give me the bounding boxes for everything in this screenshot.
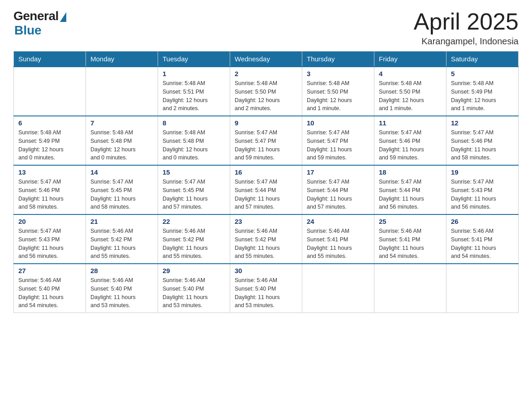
day-info: Sunrise: 5:47 AMSunset: 5:46 PMDaylight:… — [451, 128, 514, 162]
logo-blue-text: Blue — [14, 23, 42, 38]
day-number: 5 — [451, 70, 514, 77]
calendar-header-row: SundayMondayTuesdayWednesdayThursdayFrid… — [14, 51, 519, 67]
day-info: Sunrise: 5:46 AMSunset: 5:42 PMDaylight:… — [235, 227, 297, 261]
day-number: 12 — [451, 119, 514, 127]
logo: General Blue — [13, 9, 66, 38]
day-info: Sunrise: 5:46 AMSunset: 5:42 PMDaylight:… — [163, 227, 225, 261]
day-number: 29 — [163, 267, 225, 274]
calendar-cell: 13Sunrise: 5:47 AMSunset: 5:46 PMDayligh… — [14, 165, 86, 214]
calendar-cell: 6Sunrise: 5:48 AMSunset: 5:49 PMDaylight… — [14, 116, 86, 165]
day-number: 18 — [379, 168, 442, 176]
logo-general-text: General — [13, 9, 59, 23]
calendar-cell: 12Sunrise: 5:47 AMSunset: 5:46 PMDayligh… — [446, 116, 519, 165]
weekday-header-monday: Monday — [86, 51, 158, 67]
calendar-cell: 20Sunrise: 5:47 AMSunset: 5:43 PMDayligh… — [14, 214, 86, 264]
calendar-cell: 3Sunrise: 5:48 AMSunset: 5:50 PMDaylight… — [302, 67, 374, 116]
week-row-3: 13Sunrise: 5:47 AMSunset: 5:46 PMDayligh… — [14, 165, 519, 214]
calendar-cell: 11Sunrise: 5:47 AMSunset: 5:46 PMDayligh… — [374, 116, 446, 165]
day-info: Sunrise: 5:46 AMSunset: 5:41 PMDaylight:… — [379, 227, 442, 261]
title-block: April 2025 Karangampel, Indonesia — [414, 9, 519, 47]
day-number: 2 — [235, 70, 297, 77]
day-number: 23 — [235, 218, 297, 225]
calendar-cell: 28Sunrise: 5:46 AMSunset: 5:40 PMDayligh… — [86, 264, 158, 313]
day-info: Sunrise: 5:47 AMSunset: 5:46 PMDaylight:… — [18, 178, 81, 211]
day-number: 7 — [90, 119, 153, 127]
day-number: 30 — [235, 267, 297, 274]
day-info: Sunrise: 5:47 AMSunset: 5:44 PMDaylight:… — [235, 178, 297, 211]
day-info: Sunrise: 5:47 AMSunset: 5:46 PMDaylight:… — [379, 128, 442, 162]
calendar-cell — [14, 67, 86, 116]
day-number: 8 — [163, 119, 225, 127]
day-number: 28 — [90, 267, 153, 274]
day-info: Sunrise: 5:47 AMSunset: 5:47 PMDaylight:… — [307, 128, 369, 162]
day-info: Sunrise: 5:47 AMSunset: 5:43 PMDaylight:… — [18, 227, 81, 261]
weekday-header-thursday: Thursday — [302, 51, 374, 67]
day-number: 27 — [18, 267, 81, 274]
weekday-header-saturday: Saturday — [446, 51, 519, 67]
weekday-header-friday: Friday — [374, 51, 446, 67]
day-info: Sunrise: 5:47 AMSunset: 5:44 PMDaylight:… — [307, 178, 369, 211]
day-info: Sunrise: 5:47 AMSunset: 5:47 PMDaylight:… — [235, 128, 297, 162]
location-text: Karangampel, Indonesia — [414, 36, 519, 47]
calendar-cell: 2Sunrise: 5:48 AMSunset: 5:50 PMDaylight… — [230, 67, 302, 116]
day-info: Sunrise: 5:46 AMSunset: 5:40 PMDaylight:… — [235, 276, 297, 310]
calendar-cell: 15Sunrise: 5:47 AMSunset: 5:45 PMDayligh… — [158, 165, 230, 214]
day-number: 22 — [163, 218, 225, 225]
weekday-header-wednesday: Wednesday — [230, 51, 302, 67]
day-info: Sunrise: 5:46 AMSunset: 5:41 PMDaylight:… — [307, 227, 369, 261]
day-number: 16 — [235, 168, 297, 176]
day-info: Sunrise: 5:47 AMSunset: 5:45 PMDaylight:… — [163, 178, 225, 211]
calendar-cell: 23Sunrise: 5:46 AMSunset: 5:42 PMDayligh… — [230, 214, 302, 264]
day-number: 13 — [18, 168, 81, 176]
calendar-cell: 16Sunrise: 5:47 AMSunset: 5:44 PMDayligh… — [230, 165, 302, 214]
calendar-cell: 7Sunrise: 5:48 AMSunset: 5:48 PMDaylight… — [86, 116, 158, 165]
day-number: 26 — [451, 218, 514, 225]
calendar-cell: 17Sunrise: 5:47 AMSunset: 5:44 PMDayligh… — [302, 165, 374, 214]
logo-triangle-icon — [60, 12, 66, 22]
day-number: 17 — [307, 168, 369, 176]
calendar-cell: 19Sunrise: 5:47 AMSunset: 5:43 PMDayligh… — [446, 165, 519, 214]
calendar-cell: 14Sunrise: 5:47 AMSunset: 5:45 PMDayligh… — [86, 165, 158, 214]
day-info: Sunrise: 5:48 AMSunset: 5:49 PMDaylight:… — [451, 79, 514, 113]
calendar-cell: 10Sunrise: 5:47 AMSunset: 5:47 PMDayligh… — [302, 116, 374, 165]
day-info: Sunrise: 5:48 AMSunset: 5:48 PMDaylight:… — [90, 128, 153, 162]
calendar-table: SundayMondayTuesdayWednesdayThursdayFrid… — [13, 51, 519, 313]
calendar-cell — [446, 264, 519, 313]
day-info: Sunrise: 5:46 AMSunset: 5:40 PMDaylight:… — [18, 276, 81, 310]
page-header: General Blue April 2025 Karangampel, Ind… — [13, 9, 519, 47]
week-row-4: 20Sunrise: 5:47 AMSunset: 5:43 PMDayligh… — [14, 214, 519, 264]
day-number: 10 — [307, 119, 369, 127]
month-title: April 2025 — [414, 9, 519, 34]
day-info: Sunrise: 5:48 AMSunset: 5:49 PMDaylight:… — [18, 128, 81, 162]
day-number: 19 — [451, 168, 514, 176]
day-number: 1 — [163, 70, 225, 77]
calendar-cell: 30Sunrise: 5:46 AMSunset: 5:40 PMDayligh… — [230, 264, 302, 313]
calendar-cell: 27Sunrise: 5:46 AMSunset: 5:40 PMDayligh… — [14, 264, 86, 313]
day-info: Sunrise: 5:46 AMSunset: 5:40 PMDaylight:… — [90, 276, 153, 310]
calendar-cell: 22Sunrise: 5:46 AMSunset: 5:42 PMDayligh… — [158, 214, 230, 264]
calendar-cell: 25Sunrise: 5:46 AMSunset: 5:41 PMDayligh… — [374, 214, 446, 264]
day-info: Sunrise: 5:48 AMSunset: 5:51 PMDaylight:… — [163, 79, 225, 113]
calendar-cell: 29Sunrise: 5:46 AMSunset: 5:40 PMDayligh… — [158, 264, 230, 313]
calendar-cell: 9Sunrise: 5:47 AMSunset: 5:47 PMDaylight… — [230, 116, 302, 165]
calendar-cell: 5Sunrise: 5:48 AMSunset: 5:49 PMDaylight… — [446, 67, 519, 116]
day-number: 9 — [235, 119, 297, 127]
weekday-header-sunday: Sunday — [14, 51, 86, 67]
calendar-cell — [374, 264, 446, 313]
day-info: Sunrise: 5:47 AMSunset: 5:44 PMDaylight:… — [379, 178, 442, 211]
day-number: 25 — [379, 218, 442, 225]
day-info: Sunrise: 5:47 AMSunset: 5:45 PMDaylight:… — [90, 178, 153, 211]
calendar-cell: 26Sunrise: 5:46 AMSunset: 5:41 PMDayligh… — [446, 214, 519, 264]
day-info: Sunrise: 5:46 AMSunset: 5:42 PMDaylight:… — [90, 227, 153, 261]
calendar-cell: 18Sunrise: 5:47 AMSunset: 5:44 PMDayligh… — [374, 165, 446, 214]
day-number: 6 — [18, 119, 81, 127]
week-row-5: 27Sunrise: 5:46 AMSunset: 5:40 PMDayligh… — [14, 264, 519, 313]
calendar-cell — [302, 264, 374, 313]
day-number: 20 — [18, 218, 81, 225]
day-info: Sunrise: 5:46 AMSunset: 5:41 PMDaylight:… — [451, 227, 514, 261]
week-row-1: 1Sunrise: 5:48 AMSunset: 5:51 PMDaylight… — [14, 67, 519, 116]
calendar-cell: 21Sunrise: 5:46 AMSunset: 5:42 PMDayligh… — [86, 214, 158, 264]
week-row-2: 6Sunrise: 5:48 AMSunset: 5:49 PMDaylight… — [14, 116, 519, 165]
day-info: Sunrise: 5:46 AMSunset: 5:40 PMDaylight:… — [163, 276, 225, 310]
day-number: 11 — [379, 119, 442, 127]
